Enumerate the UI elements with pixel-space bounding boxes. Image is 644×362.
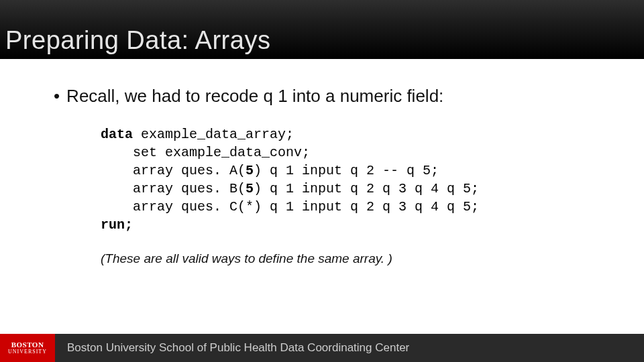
code-text: array ques. B( [101, 181, 246, 196]
code-text: example_data_array; [133, 127, 294, 142]
bullet-text: Recall, we had to recode q 1 into a nume… [66, 86, 443, 107]
note-text: (These are all valid ways to define the … [101, 251, 597, 266]
logo-line-2: UNIVERSITY [8, 349, 47, 355]
slide-title: Preparing Data: Arrays [5, 26, 270, 55]
code-text: ) q 1 input q 2 -- q 5; [254, 163, 439, 178]
content-area: • Recall, we had to recode q 1 into a nu… [0, 59, 644, 266]
code-text: array ques. A( [101, 163, 246, 178]
code-keyword: data [101, 127, 133, 142]
bu-logo: BOSTON UNIVERSITY [0, 334, 55, 362]
code-text: ) q 1 input q 2 q 3 q 4 q 5; [254, 181, 479, 196]
code-keyword: 5 [246, 181, 254, 196]
code-block: data example_data_array; set example_dat… [101, 125, 597, 234]
bullet-icon: • [54, 86, 60, 107]
code-keyword: 5 [246, 163, 254, 178]
footer-text: Boston University School of Public Healt… [67, 341, 409, 355]
logo-line-1: BOSTON [11, 341, 44, 349]
slide: Preparing Data: Arrays • Recall, we had … [0, 0, 644, 362]
bullet-item: • Recall, we had to recode q 1 into a nu… [54, 86, 597, 107]
code-text: set example_data_conv; [101, 145, 310, 160]
code-keyword: run; [101, 217, 133, 233]
title-bar: Preparing Data: Arrays [0, 0, 644, 59]
footer-bar: BOSTON UNIVERSITY Boston University Scho… [0, 334, 644, 362]
code-text: array ques. C(*) q 1 input q 2 q 3 q 4 q… [101, 199, 479, 215]
